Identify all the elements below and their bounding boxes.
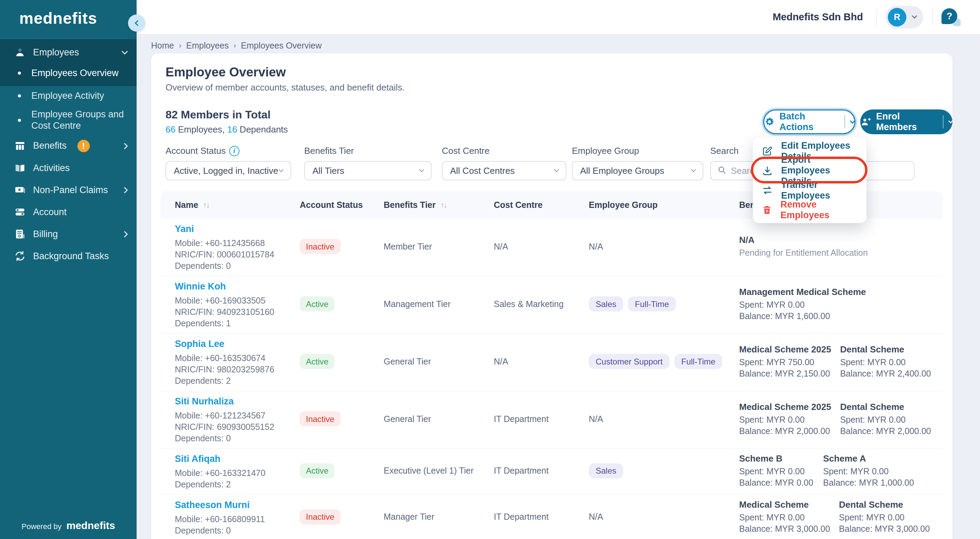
employee-dependents: Dependents: 0	[175, 525, 300, 536]
sidebar: mednefits Employees Employees Overview E…	[0, 0, 137, 539]
filter-label: Benefits Tier	[304, 145, 431, 156]
table-row: Winnie Koh Mobile: +60-169033505 NRIC/FI…	[161, 276, 942, 333]
employees-table: Name↑↓ Account Status Benefits Tier↑↓ Co…	[161, 191, 942, 539]
sidebar-item-employee-groups-cost-centre[interactable]: Employee Groups and Cost Centre	[0, 105, 134, 135]
employee-name-link[interactable]: Winnie Koh	[175, 281, 226, 292]
transfer-icon	[762, 185, 773, 196]
help-icon: ?	[942, 8, 957, 24]
cost-centre-cell: IT Department	[494, 511, 589, 523]
status-badge: Inactive	[300, 239, 340, 254]
filter-label: Account Statusi	[165, 145, 291, 156]
info-icon[interactable]: i	[229, 146, 240, 156]
name-cell: Yani Mobile: +60-112435668 NRIC/FIN: 000…	[161, 221, 300, 271]
columns-icon	[14, 140, 26, 152]
sidebar-item-benefits[interactable]: Benefits !	[0, 135, 137, 157]
benefits-tier-cell: Management Tier	[384, 298, 494, 310]
name-cell: Satheeson Murni Mobile: +60-166809911 De…	[161, 498, 300, 536]
chevron-down-icon	[912, 13, 917, 19]
table-row: Siti Nurhaliza Mobile: +60-121234567 NRI…	[161, 391, 942, 448]
employee-group-cell: N/A	[589, 241, 739, 252]
batch-actions-button[interactable]: Batch Actions	[763, 110, 856, 134]
scheme-balance: Balance: MYR 2,000.00	[739, 426, 831, 437]
employee-group-cell: N/A	[589, 511, 739, 523]
chevron-down-icon	[279, 167, 283, 172]
company-name: Mednefits Sdn Bhd	[773, 11, 863, 23]
employee-name-link[interactable]: Siti Afiqah	[175, 453, 221, 465]
column-header-benefits-tier[interactable]: Benefits Tier↑↓	[384, 200, 494, 210]
table-row: Satheeson Murni Mobile: +60-166809911 De…	[161, 494, 942, 539]
filter-account-status: Account Statusi Active, Logged in, Inact…	[165, 145, 291, 180]
sort-icon[interactable]: ↑↓	[203, 201, 209, 210]
scheme-name: Dental Scheme	[840, 401, 931, 413]
employee-dependents: Dependents: 0	[175, 260, 300, 271]
employee-name-link[interactable]: Yani	[175, 223, 194, 235]
benefits-cell: N/APending for Entitlement Allocation	[739, 234, 942, 258]
sort-icon[interactable]: ↑↓	[441, 201, 447, 210]
warning-badge: !	[78, 140, 90, 152]
benefit-scheme: Dental SchemeSpent: MYR 0.00Balance: MYR…	[840, 401, 931, 437]
sidebar-item-employees[interactable]: Employees	[0, 41, 137, 63]
scheme-spent: Spent: MYR 0.00	[739, 299, 866, 311]
benefits-cell: Medical Scheme 2025Spent: MYR 0.00Balanc…	[739, 401, 942, 437]
scheme-balance: Balance: MYR 2,000.00	[840, 426, 931, 437]
employee-group-cell: SalesFull-Time	[589, 297, 739, 311]
sidebar-collapse-button[interactable]	[128, 14, 145, 32]
benefits-tier-cell: Manager Tier	[384, 511, 494, 523]
search-icon	[717, 165, 727, 176]
employee-group-cell: N/A	[589, 413, 739, 425]
filter-benefits-tier: Benefits Tier All Tiers	[304, 145, 431, 180]
table-row: Yani Mobile: +60-112435668 NRIC/FIN: 000…	[161, 218, 942, 276]
sidebar-item-non-panel-claims[interactable]: Non-Panel Claims	[0, 179, 137, 201]
sidebar-item-label: Background Tasks	[33, 251, 127, 262]
filter-cost-centre: Cost Centre All Cost Centres	[442, 145, 566, 180]
employee-group-cell: Sales	[589, 463, 739, 478]
employee-mobile: Mobile: +60-163530674	[175, 352, 300, 364]
employee-group-select[interactable]: All Employee Groups	[572, 161, 703, 180]
column-header-name[interactable]: Name↑↓	[161, 200, 300, 210]
menu-item-remove-employees[interactable]: Remove Employees	[753, 200, 867, 220]
benefit-scheme: Medical Scheme 2025Spent: MYR 0.00Balanc…	[739, 401, 831, 437]
status-badge: Inactive	[300, 411, 340, 426]
employee-group-pill: Sales	[589, 297, 623, 311]
menu-item-label: Transfer Employees	[781, 180, 858, 201]
scheme-balance: Balance: MYR 1,600.00	[739, 311, 866, 322]
employee-group-pill: Sales	[589, 463, 623, 478]
menu-item-export-employees-details[interactable]: Export Employees Details	[753, 161, 867, 180]
bullet-icon	[18, 94, 21, 97]
scheme-balance: Balance: MYR 3,000.00	[839, 523, 930, 534]
sidebar-item-employees-overview[interactable]: Employees Overview	[0, 63, 137, 83]
help-button[interactable]: ?	[942, 8, 961, 26]
breadcrumb-home[interactable]: Home	[151, 41, 174, 51]
breadcrumb-employees-overview[interactable]: Employees Overview	[241, 41, 322, 51]
account-status-select[interactable]: Active, Logged in, Inactive	[165, 161, 291, 180]
chevron-down-icon	[948, 118, 953, 123]
table-body: Yani Mobile: +60-112435668 NRIC/FIN: 000…	[161, 218, 942, 539]
employee-name-link[interactable]: Sophia Lee	[175, 338, 224, 350]
sidebar-item-employee-activity[interactable]: Employee Activity	[0, 86, 137, 105]
cost-centre-cell: N/A	[494, 241, 589, 252]
cost-centre-select[interactable]: All Cost Centres	[442, 161, 566, 180]
enrol-members-button[interactable]: Enrol Members	[860, 110, 953, 134]
sidebar-item-label: Billing	[33, 229, 123, 239]
scheme-spent: Spent: MYR 750.00	[739, 357, 831, 368]
sidebar-item-billing[interactable]: $ Billing	[0, 223, 137, 245]
card-icon	[14, 184, 26, 196]
breadcrumb-employees[interactable]: Employees	[186, 41, 229, 51]
sidebar-item-activities[interactable]: Activities	[0, 157, 137, 179]
benefits-cell: Medical SchemeSpent: MYR 0.00Balance: MY…	[739, 499, 942, 534]
user-menu[interactable]: R	[885, 6, 923, 29]
sidebar-item-background-tasks[interactable]: Background Tasks	[0, 245, 137, 267]
menu-item-transfer-employees[interactable]: Transfer Employees	[753, 180, 867, 200]
benefits-tier-select[interactable]: All Tiers	[304, 161, 431, 180]
name-cell: Sophia Lee Mobile: +60-163530674 NRIC/FI…	[161, 336, 300, 386]
breadcrumb: Home › Employees › Employees Overview	[151, 41, 322, 51]
employee-name-link[interactable]: Siti Nurhaliza	[175, 396, 234, 407]
benefits-na: N/A	[739, 234, 868, 246]
sidebar-item-account[interactable]: Account	[0, 201, 137, 223]
employee-name-link[interactable]: Satheeson Murni	[175, 499, 250, 511]
divider	[943, 115, 943, 128]
sidebar-nav: Employees Employees Overview Employee Ac…	[0, 39, 137, 267]
chevron-right-icon	[121, 143, 128, 149]
scheme-name: Dental Scheme	[839, 499, 930, 510]
sidebar-item-label: Employees	[33, 47, 123, 58]
